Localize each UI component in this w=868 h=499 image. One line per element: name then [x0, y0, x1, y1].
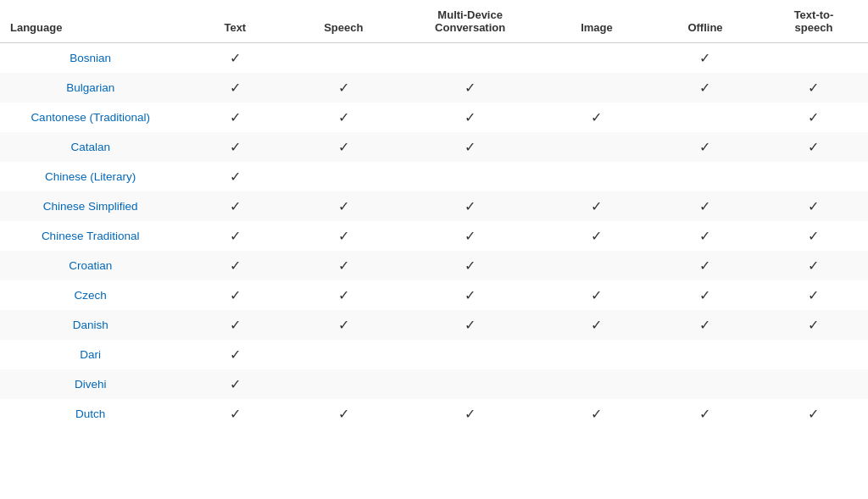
- cell-language: Bulgarian: [0, 73, 181, 103]
- cell-language: Dutch: [0, 399, 181, 429]
- cell-image: [542, 73, 651, 103]
- cell-text: ✓: [181, 251, 289, 280]
- check-icon: ✓: [591, 407, 602, 421]
- table-row: Dutch✓✓✓✓✓✓: [0, 399, 868, 429]
- cell-offline: [651, 162, 760, 191]
- cell-multidevice: ✓: [398, 310, 542, 340]
- cell-text: ✓: [181, 369, 289, 399]
- check-icon: ✓: [465, 110, 476, 125]
- check-icon: ✓: [338, 288, 349, 302]
- check-icon: ✓: [808, 80, 819, 95]
- cell-speech: [289, 43, 398, 74]
- cell-image: ✓: [542, 310, 651, 340]
- cell-speech: ✓: [289, 103, 398, 132]
- check-icon: ✓: [230, 318, 241, 332]
- check-icon: ✓: [230, 288, 241, 302]
- cell-multidevice: ✓: [398, 73, 542, 103]
- cell-tts: [760, 43, 868, 74]
- check-icon: ✓: [338, 140, 349, 154]
- check-icon: ✓: [465, 288, 476, 302]
- cell-speech: ✓: [289, 310, 398, 340]
- cell-multidevice: [398, 340, 542, 369]
- cell-language: Bosnian: [0, 43, 181, 74]
- cell-offline: ✓: [651, 399, 760, 429]
- table-row: Croatian✓✓✓✓✓: [0, 251, 868, 280]
- cell-text: ✓: [181, 73, 289, 103]
- check-icon: ✓: [465, 80, 476, 95]
- cell-text: ✓: [181, 43, 289, 74]
- cell-speech: ✓: [289, 191, 398, 221]
- cell-tts: [760, 340, 868, 369]
- cell-image: [542, 369, 651, 399]
- check-icon: ✓: [465, 199, 476, 213]
- check-icon: ✓: [808, 229, 819, 243]
- check-icon: ✓: [808, 318, 819, 332]
- cell-image: ✓: [542, 221, 651, 251]
- check-icon: ✓: [230, 377, 241, 391]
- cell-offline: [651, 369, 760, 399]
- cell-multidevice: ✓: [398, 221, 542, 251]
- cell-text: ✓: [181, 340, 289, 369]
- check-icon: ✓: [591, 288, 602, 302]
- check-icon: ✓: [338, 318, 349, 332]
- check-icon: ✓: [591, 318, 602, 332]
- cell-multidevice: ✓: [398, 251, 542, 280]
- cell-offline: ✓: [651, 191, 760, 221]
- cell-multidevice: [398, 162, 542, 191]
- check-icon: ✓: [699, 229, 710, 243]
- cell-tts: ✓: [760, 132, 868, 162]
- check-icon: ✓: [338, 80, 349, 95]
- table-row: Chinese Simplified✓✓✓✓✓✓: [0, 191, 868, 221]
- cell-offline: ✓: [651, 43, 760, 74]
- cell-language: Cantonese (Traditional): [0, 103, 181, 132]
- cell-image: ✓: [542, 280, 651, 310]
- cell-speech: [289, 162, 398, 191]
- check-icon: ✓: [699, 258, 710, 273]
- col-header-multidevice: Multi-DeviceConversation: [398, 0, 542, 43]
- cell-offline: ✓: [651, 310, 760, 340]
- table-row: Bulgarian✓✓✓✓✓: [0, 73, 868, 103]
- check-icon: ✓: [699, 51, 710, 65]
- check-icon: ✓: [230, 169, 241, 184]
- cell-tts: ✓: [760, 191, 868, 221]
- cell-text: ✓: [181, 310, 289, 340]
- check-icon: ✓: [465, 229, 476, 243]
- cell-language: Croatian: [0, 251, 181, 280]
- cell-tts: ✓: [760, 103, 868, 132]
- cell-multidevice: ✓: [398, 399, 542, 429]
- cell-image: [542, 251, 651, 280]
- cell-tts: [760, 369, 868, 399]
- check-icon: ✓: [338, 407, 349, 421]
- table-row: Chinese Traditional✓✓✓✓✓✓: [0, 221, 868, 251]
- col-header-image: Image: [542, 0, 651, 43]
- table-row: Divehi✓: [0, 369, 868, 399]
- cell-offline: ✓: [651, 251, 760, 280]
- cell-multidevice: ✓: [398, 280, 542, 310]
- check-icon: ✓: [465, 407, 476, 421]
- check-icon: ✓: [699, 318, 710, 332]
- cell-multidevice: ✓: [398, 132, 542, 162]
- check-icon: ✓: [230, 51, 241, 65]
- check-icon: ✓: [808, 199, 819, 213]
- col-header-speech: Speech: [289, 0, 398, 43]
- cell-offline: ✓: [651, 73, 760, 103]
- cell-image: [542, 132, 651, 162]
- cell-tts: ✓: [760, 310, 868, 340]
- check-icon: ✓: [230, 229, 241, 243]
- check-icon: ✓: [230, 140, 241, 154]
- cell-text: ✓: [181, 103, 289, 132]
- check-icon: ✓: [338, 258, 349, 273]
- check-icon: ✓: [591, 229, 602, 243]
- cell-offline: [651, 340, 760, 369]
- cell-offline: [651, 103, 760, 132]
- cell-tts: ✓: [760, 73, 868, 103]
- check-icon: ✓: [338, 199, 349, 213]
- cell-image: [542, 340, 651, 369]
- cell-language: Catalan: [0, 132, 181, 162]
- table-row: Chinese (Literary)✓: [0, 162, 868, 191]
- check-icon: ✓: [699, 80, 710, 95]
- language-support-table: LanguageTextSpeechMulti-DeviceConversati…: [0, 0, 868, 499]
- cell-speech: ✓: [289, 221, 398, 251]
- check-icon: ✓: [338, 229, 349, 243]
- check-icon: ✓: [808, 140, 819, 154]
